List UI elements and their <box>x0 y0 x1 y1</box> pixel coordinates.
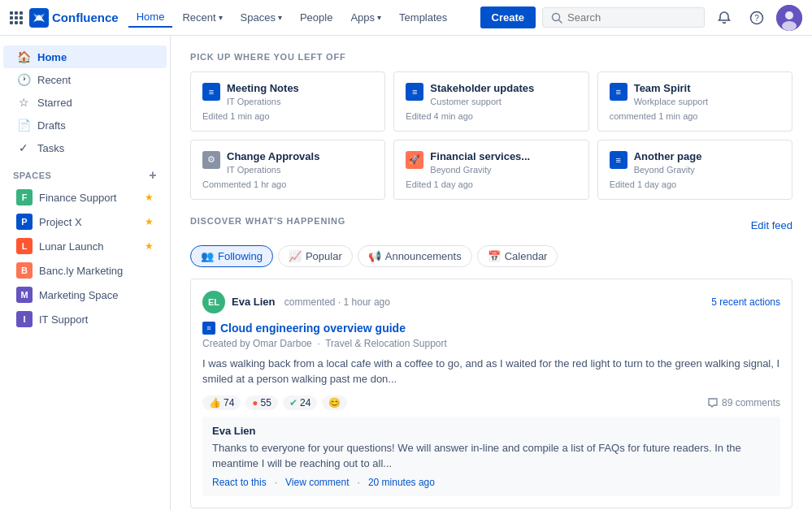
nav-apps[interactable]: Apps ▾ <box>342 8 389 27</box>
card-title-5: Another page <box>634 150 702 164</box>
comment-text-0: Thanks to everyone for your questions! W… <box>212 440 771 472</box>
help-button[interactable]: ? <box>744 5 770 31</box>
tab-calendar[interactable]: 📅 Calendar <box>477 245 558 267</box>
card-meta-3: Commented 1 hr ago <box>202 179 373 189</box>
tab-announcements[interactable]: 📢 Announcements <box>358 245 472 267</box>
search-icon <box>551 12 562 24</box>
card-stakeholder[interactable]: ≡ Stakeholder updates Customer support E… <box>393 71 588 132</box>
sidebar-drafts-label: Drafts <box>37 119 66 132</box>
activity-title-0[interactable]: ≡ Cloud engineering overview guide <box>202 322 780 335</box>
nav-people[interactable]: People <box>292 8 341 27</box>
sidebar-item-home[interactable]: 🏠 Home <box>3 45 167 68</box>
search-box[interactable] <box>542 7 705 28</box>
activity-header-0: EL Eva Lien commented · 1 hour ago 5 rec… <box>202 291 780 313</box>
card-meta-5: Edited 1 day ago <box>610 179 780 189</box>
card-financial[interactable]: 🚀 Financial services... Beyond Gravity E… <box>393 140 588 200</box>
card-meta-2: commented 1 min ago <box>610 111 780 121</box>
activity-created-0: Created by Omar Darboe · Travel & Reloca… <box>202 338 780 349</box>
card-change-approvals[interactable]: ⚙ Change Approvals IT Operations Comment… <box>190 140 385 200</box>
card-space-4: Beyond Gravity <box>430 165 530 175</box>
space-item-projectx[interactable]: P Project X ★ <box>3 210 167 234</box>
svg-point-7 <box>782 21 797 31</box>
activity-body-0: I was walking back from a local cafe wit… <box>202 356 780 387</box>
tab-following[interactable]: 👥 Following <box>190 245 273 267</box>
smile-icon: 😊 <box>328 397 341 408</box>
space-item-lunar[interactable]: L Lunar Launch ★ <box>3 234 167 258</box>
reaction-smile[interactable]: 😊 <box>322 395 347 410</box>
logo[interactable]: Confluence <box>29 8 119 28</box>
sidebar-tasks-label: Tasks <box>37 142 64 154</box>
svg-text:?: ? <box>754 14 759 23</box>
projectx-badge: P <box>16 214 33 230</box>
pick-up-label: PICK UP WHERE YOU LEFT OFF <box>190 52 792 62</box>
card-icon-3: ⚙ <box>202 151 220 169</box>
recent-actions-0[interactable]: 5 recent actions <box>711 296 780 308</box>
card-icon-4: 🚀 <box>406 151 423 169</box>
tab-popular[interactable]: 📈 Popular <box>278 245 353 267</box>
card-another-page[interactable]: ≡ Another page Beyond Gravity Edited 1 d… <box>597 140 792 200</box>
user-avatar[interactable] <box>776 5 802 31</box>
edit-feed-button[interactable]: Edit feed <box>751 219 792 231</box>
marketing-badge: M <box>16 287 33 303</box>
announcements-icon: 📢 <box>368 250 381 262</box>
thumbs-icon: 👍 <box>209 397 221 408</box>
create-button[interactable]: Create <box>480 6 536 28</box>
reaction-red[interactable]: ● 55 <box>245 395 278 410</box>
space-item-marketing[interactable]: M Marketing Space <box>3 283 167 307</box>
reaction-check[interactable]: ✔ 24 <box>283 395 317 410</box>
card-icon-5: ≡ <box>610 151 627 169</box>
nav-recent[interactable]: Recent ▾ <box>174 8 230 27</box>
space-item-finance[interactable]: F Finance Support ★ <box>3 185 167 210</box>
svg-line-2 <box>559 19 562 23</box>
apps-arrow: ▾ <box>377 13 381 22</box>
sidebar-item-starred[interactable]: ☆ Starred <box>3 91 167 114</box>
activity-card-0: EL Eva Lien commented · 1 hour ago 5 rec… <box>190 279 792 508</box>
article-icon-0: ≡ <box>202 322 215 335</box>
notifications-button[interactable] <box>711 5 737 31</box>
activity-username-0: Eva Lien <box>232 296 275 308</box>
nav-links: Home Recent ▾ Spaces ▾ People Apps ▾ Tem… <box>128 7 456 28</box>
logo-text: Confluence <box>52 11 119 24</box>
card-title-4: Financial services... <box>430 150 530 164</box>
view-comment-link[interactable]: View comment <box>285 477 349 488</box>
discover-tabs: 👥 Following 📈 Popular 📢 Announcements 📅 … <box>190 245 792 267</box>
svg-point-6 <box>785 11 793 19</box>
card-meta-4: Edited 1 day ago <box>406 179 576 189</box>
home-icon: 🏠 <box>16 50 31 63</box>
sidebar-item-drafts[interactable]: 📄 Drafts <box>3 114 167 136</box>
add-space-button[interactable]: + <box>149 169 157 182</box>
drafts-icon: 📄 <box>16 119 31 132</box>
card-space-0: IT Operations <box>227 97 299 106</box>
space-item-itsupport[interactable]: I IT Support <box>3 307 167 331</box>
starred-icon: ☆ <box>16 96 31 109</box>
itsupport-badge: I <box>16 311 33 327</box>
card-title-0: Meeting Notes <box>227 82 299 96</box>
apps-grid-icon[interactable] <box>10 11 23 24</box>
projectx-star: ★ <box>145 216 154 227</box>
reaction-thumbs[interactable]: 👍 74 <box>202 395 241 410</box>
nav-spaces[interactable]: Spaces ▾ <box>232 8 290 27</box>
space-item-bancly[interactable]: B Banc.ly Marketing <box>3 258 167 283</box>
nav-templates[interactable]: Templates <box>391 8 455 27</box>
card-meeting-notes[interactable]: ≡ Meeting Notes IT Operations Edited 1 m… <box>190 71 385 132</box>
card-icon-2: ≡ <box>610 83 627 101</box>
spaces-arrow: ▾ <box>278 13 282 22</box>
comments-count-0: 89 comments <box>707 397 780 408</box>
tasks-icon: ✓ <box>16 141 31 154</box>
comment-block-0: Eva Lien Thanks to everyone for your que… <box>202 417 780 496</box>
recent-arrow: ▾ <box>219 13 223 22</box>
finance-badge: F <box>16 189 33 205</box>
recent-cards-grid: ≡ Meeting Notes IT Operations Edited 1 m… <box>190 71 792 200</box>
card-title-2: Team Spirit <box>634 82 709 96</box>
sidebar-item-recent[interactable]: 🕐 Recent <box>3 68 167 91</box>
card-space-3: IT Operations <box>227 165 319 175</box>
activity-action-0: commented · 1 hour ago <box>281 296 389 308</box>
recent-icon: 🕐 <box>16 73 31 86</box>
search-input[interactable] <box>567 11 673 24</box>
react-link[interactable]: React to this <box>212 477 267 488</box>
sidebar-item-tasks[interactable]: ✓ Tasks <box>3 136 167 159</box>
popular-icon: 📈 <box>289 250 302 262</box>
nav-home[interactable]: Home <box>128 7 173 28</box>
card-team-spirit[interactable]: ≡ Team Spirit Workplace support commente… <box>597 71 792 132</box>
comment-user-0: Eva Lien <box>212 425 771 437</box>
